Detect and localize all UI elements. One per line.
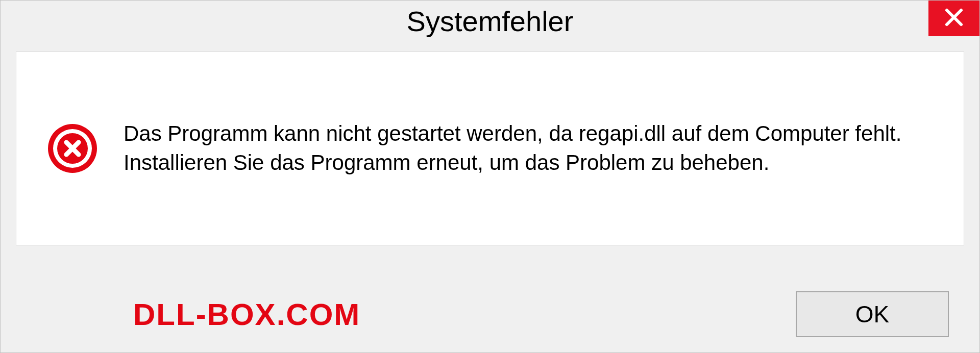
error-icon (47, 123, 98, 174)
titlebar: Systemfehler (1, 1, 979, 41)
error-message: Das Programm kann nicht gestartet werden… (124, 119, 933, 177)
close-icon (944, 7, 964, 30)
ok-button[interactable]: OK (796, 291, 949, 337)
close-button[interactable] (928, 1, 979, 36)
content-panel: Das Programm kann nicht gestartet werden… (16, 52, 964, 245)
watermark-text: DLL-BOX.COM (133, 297, 360, 332)
dialog-footer: DLL-BOX.COM OK (1, 291, 979, 337)
dialog-title: Systemfehler (407, 5, 574, 38)
ok-button-label: OK (855, 300, 889, 328)
error-dialog: Systemfehler Das Programm kann nicht ges… (0, 0, 980, 353)
